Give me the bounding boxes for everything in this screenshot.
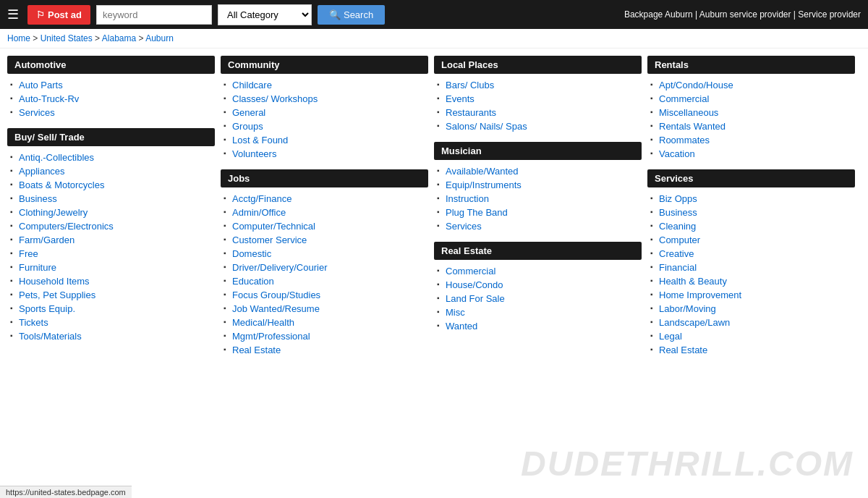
link-legal[interactable]: Legal <box>659 331 682 342</box>
link-commercial[interactable]: Commercial <box>446 266 495 277</box>
link-financial[interactable]: Financial <box>659 262 697 273</box>
link-household-items[interactable]: Household Items <box>19 276 90 287</box>
link-available-wanted[interactable]: Available/Wanted <box>446 166 518 177</box>
link-restaurants[interactable]: Restaurants <box>446 107 496 118</box>
column-0: AutomotiveAuto PartsAuto-Truck-RvService… <box>7 56 221 373</box>
link-lost-found[interactable]: Lost & Found <box>232 135 288 145</box>
link-free[interactable]: Free <box>19 248 38 259</box>
link-services[interactable]: Services <box>19 107 55 118</box>
link-job-wanted-resume[interactable]: Job Wanted/Resume <box>232 303 320 314</box>
search-input[interactable] <box>96 5 212 25</box>
list-item: Volunteers <box>221 147 428 161</box>
link-sports-equip-[interactable]: Sports Equip. <box>19 303 75 314</box>
list-item: Services <box>434 219 642 233</box>
list-item: Misc <box>434 305 642 319</box>
breadcrumb-country[interactable]: United States <box>41 33 93 43</box>
link-medical-health[interactable]: Medical/Health <box>232 317 294 328</box>
link-classes-workshops[interactable]: Classes/ Workshops <box>232 93 318 104</box>
list-item: Classes/ Workshops <box>221 92 428 106</box>
link-clothing-jewelry[interactable]: Clothing/Jewelry <box>19 207 88 218</box>
breadcrumb-city[interactable]: Auburn <box>145 33 174 43</box>
main-content: AutomotiveAuto PartsAuto-Truck-RvService… <box>0 48 868 380</box>
link-cleaning[interactable]: Cleaning <box>659 221 696 232</box>
section-header-automotive: Automotive <box>7 56 215 74</box>
link-appliances[interactable]: Appliances <box>19 166 65 177</box>
list-item: Antiq.-Collectibles <box>7 151 215 164</box>
link-biz-opps[interactable]: Biz Opps <box>659 193 697 204</box>
link-farm-garden[interactable]: Farm/Garden <box>19 235 75 245</box>
category-list-rentals: Apt/Condo/HouseCommercialMiscellaneousRe… <box>647 78 855 161</box>
link-mgmt-professional[interactable]: Mgmt/Professional <box>232 331 310 342</box>
link-vacation[interactable]: Vacation <box>659 148 695 159</box>
link-education[interactable]: Education <box>232 276 274 287</box>
link-auto-truck-rv[interactable]: Auto-Truck-Rv <box>19 93 79 104</box>
link-tools-materials[interactable]: Tools/Materials <box>19 331 82 342</box>
link-focus-group-studies[interactable]: Focus Group/Studies <box>232 290 320 300</box>
list-item: Financial <box>647 261 855 274</box>
breadcrumb-home[interactable]: Home <box>7 33 30 43</box>
link-miscellaneous[interactable]: Miscellaneous <box>659 107 718 118</box>
link-computer[interactable]: Computer <box>659 235 700 245</box>
list-item: Free <box>7 247 215 261</box>
list-item: Equip/Instruments <box>434 178 642 192</box>
list-item: Biz Opps <box>647 192 855 206</box>
link-auto-parts[interactable]: Auto Parts <box>19 80 63 90</box>
section-local-places: Local PlacesBars/ ClubsEventsRestaurants… <box>434 56 642 133</box>
list-item: Sports Equip. <box>7 302 215 316</box>
list-item: Pets, Pet Supplies <box>7 288 215 302</box>
link-salons-nails-spas[interactable]: Salons/ Nails/ Spas <box>446 121 527 132</box>
link-volunteers[interactable]: Volunteers <box>232 148 276 159</box>
link-land-for-sale[interactable]: Land For Sale <box>446 293 505 304</box>
link-landscape-lawn[interactable]: Landscape/Lawn <box>659 317 730 328</box>
hamburger-icon[interactable]: ☰ <box>7 7 19 22</box>
link-admin-office[interactable]: Admin/Office <box>232 207 286 218</box>
list-item: Farm/Garden <box>7 233 215 247</box>
link-bars-clubs[interactable]: Bars/ Clubs <box>446 80 494 90</box>
link-misc[interactable]: Misc <box>446 307 465 318</box>
link-computers-electronics[interactable]: Computers/Electronics <box>19 221 114 232</box>
link-driver-delivery-courier[interactable]: Driver/Delivery/Courier <box>232 262 327 273</box>
link-general[interactable]: General <box>232 107 265 118</box>
list-item: Domestic <box>221 247 428 261</box>
link-real-estate[interactable]: Real Estate <box>232 345 281 355</box>
link-instruction[interactable]: Instruction <box>446 193 489 204</box>
link-domestic[interactable]: Domestic <box>232 248 271 259</box>
link-acctg-finance[interactable]: Acctg/Finance <box>232 193 292 204</box>
list-item: Wanted <box>434 319 642 333</box>
category-select[interactable]: All CategoryAutomotiveBuy/Sell/TradeComm… <box>218 4 312 25</box>
link-computer-technical[interactable]: Computer/Technical <box>232 221 315 232</box>
link-pets-pet-supplies[interactable]: Pets, Pet Supplies <box>19 290 95 300</box>
link-wanted[interactable]: Wanted <box>446 321 477 332</box>
link-creative[interactable]: Creative <box>659 248 694 259</box>
link-groups[interactable]: Groups <box>232 121 263 132</box>
category-list-automotive: Auto PartsAuto-Truck-RvServices <box>7 78 215 119</box>
link-plug-the-band[interactable]: Plug The Band <box>446 207 508 218</box>
link-boats-motorcycles[interactable]: Boats & Motorcycles <box>19 180 105 190</box>
list-item: Labor/Moving <box>647 302 855 316</box>
link-childcare[interactable]: Childcare <box>232 80 272 90</box>
section-header-community: Community <box>221 56 428 74</box>
link-services[interactable]: Services <box>446 221 482 232</box>
list-item: Tools/Materials <box>7 329 215 343</box>
link-customer-service[interactable]: Customer Service <box>232 235 307 245</box>
link-rentals-wanted[interactable]: Rentals Wanted <box>659 121 726 132</box>
link-roommates[interactable]: Roommates <box>659 135 710 145</box>
link-commercial[interactable]: Commercial <box>659 93 709 104</box>
link-business[interactable]: Business <box>19 193 57 204</box>
link-events[interactable]: Events <box>446 93 475 104</box>
link-tickets[interactable]: Tickets <box>19 317 48 328</box>
breadcrumb-state[interactable]: Alabama <box>102 33 136 43</box>
link-real-estate[interactable]: Real Estate <box>659 345 707 355</box>
link-apt-condo-house[interactable]: Apt/Condo/House <box>659 80 733 90</box>
list-item: Real Estate <box>221 343 428 357</box>
link-equip-instruments[interactable]: Equip/Instruments <box>446 180 522 190</box>
link-home-improvement[interactable]: Home Improvement <box>659 290 741 300</box>
link-furniture[interactable]: Furniture <box>19 262 56 273</box>
link-house-condo[interactable]: House/Condo <box>446 279 503 290</box>
search-button[interactable]: 🔍 Search <box>318 5 385 25</box>
link-labor-moving[interactable]: Labor/Moving <box>659 303 716 314</box>
link-antiq-collectibles[interactable]: Antiq.-Collectibles <box>19 152 94 163</box>
link-health-beauty[interactable]: Health & Beauty <box>659 276 727 287</box>
post-ad-button[interactable]: ⚐ Post ad <box>27 5 90 25</box>
link-business[interactable]: Business <box>659 207 697 218</box>
